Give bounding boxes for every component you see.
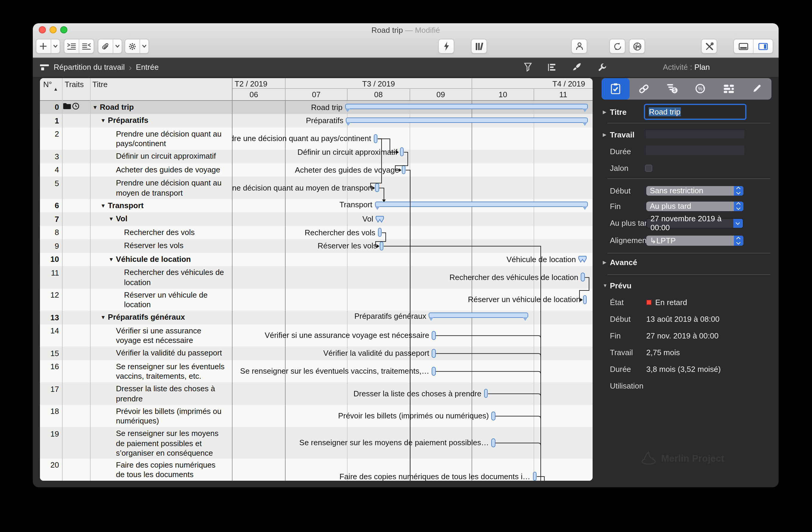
task-title: Vérifier la validité du passeport <box>116 348 222 357</box>
row-number: 18 <box>40 405 62 427</box>
tools-control[interactable] <box>701 39 717 54</box>
disclosure-triangle[interactable]: ▼ <box>108 254 114 264</box>
col-traits[interactable]: Traits <box>65 80 84 89</box>
breadcrumb-view[interactable]: Répartition du travail <box>54 63 125 72</box>
library-control[interactable] <box>471 39 487 54</box>
disclosure-icon[interactable]: ▶ <box>603 132 606 138</box>
prevu-row-value: En retard <box>646 298 687 306</box>
network-control[interactable] <box>629 39 645 54</box>
tab-clipboard-check[interactable] <box>601 78 630 99</box>
sync-button[interactable] <box>610 39 625 53</box>
tab-pencil[interactable] <box>743 78 771 99</box>
task-title: Prévoir les billets (imprimés ou numériq… <box>116 406 221 425</box>
tab-percent[interactable]: % <box>686 78 715 99</box>
outdent-button[interactable] <box>78 39 93 53</box>
col-divider[interactable] <box>62 78 62 481</box>
task-title: Acheter des guides de voyage <box>116 165 220 174</box>
sort-asc-icon[interactable]: ▲ <box>53 86 58 92</box>
prevu-row-value: 2,75 mois <box>646 348 680 357</box>
row-title-cell: Prendre une décision quant au moyen de t… <box>90 176 232 199</box>
row-title-cell: Vérifier la validité du passeport <box>90 346 232 360</box>
tools-button[interactable] <box>702 39 716 53</box>
disclosure-triangle[interactable]: ▼ <box>92 102 98 112</box>
svg-text:%: % <box>698 86 702 92</box>
table-header: N° ▲ Traits Titre T2 / 2019T3 / 2019T4 /… <box>40 78 592 100</box>
separator <box>608 274 770 275</box>
indent-control[interactable] <box>63 39 94 54</box>
grouping-icon[interactable] <box>546 58 558 77</box>
row-number: 17 <box>40 382 62 405</box>
disclosure-icon[interactable]: ▶ <box>603 109 606 115</box>
row-title-cell: Se renseigner sur les moyens de paiement… <box>90 427 232 458</box>
sync-control[interactable] <box>609 39 625 54</box>
month-label: 11 <box>534 90 592 99</box>
task-title: Préparatifs généraux <box>108 313 185 321</box>
separator <box>608 178 770 179</box>
month-label: 08 <box>348 90 409 99</box>
prevu-row-value: 3,8 mois (3,52 moisé) <box>646 365 721 374</box>
resources-button[interactable] <box>572 39 586 53</box>
row-title-cell: ▼Préparatifs <box>90 114 232 127</box>
actions-button[interactable] <box>125 39 139 53</box>
tab-cost[interactable]: $ <box>658 78 686 99</box>
debut-popup[interactable]: Sans restriction <box>646 186 743 196</box>
window-title: Road trip — Modifié <box>33 26 779 34</box>
alignement-popup[interactable]: ↳LPTP <box>646 235 743 245</box>
tab-link[interactable] <box>630 78 658 99</box>
travail-field[interactable] <box>645 129 745 139</box>
resources-control[interactable] <box>571 39 587 54</box>
row-traits <box>62 100 90 114</box>
toggle-bottom-panel[interactable] <box>734 39 753 53</box>
duree-field[interactable] <box>645 145 745 155</box>
row-traits <box>62 114 90 127</box>
toggle-right-panel[interactable] <box>753 39 772 53</box>
disclosure-icon[interactable]: ▼ <box>603 283 608 288</box>
task-title: Définir un circuit approximatif <box>116 152 216 160</box>
quarter-label: T4 / 2019 <box>552 79 585 88</box>
col-num[interactable]: N° <box>43 80 52 89</box>
titre-field[interactable]: Road trip <box>645 105 745 118</box>
disclosure-triangle[interactable]: ▼ <box>108 214 114 224</box>
panel-toggles[interactable] <box>733 39 773 54</box>
col-divider[interactable] <box>90 78 91 481</box>
row-number: 16 <box>40 360 62 382</box>
network-button[interactable] <box>629 39 644 53</box>
disclosure-triangle[interactable]: ▼ <box>100 116 106 126</box>
disclosure-triangle[interactable]: ▼ <box>100 201 106 211</box>
format-icon[interactable] <box>570 58 582 77</box>
month-label: 09 <box>410 90 472 99</box>
task-title: Vérifier si une assurance voyage est néc… <box>116 326 201 345</box>
row-number: 8 <box>40 226 62 239</box>
disclosure-triangle[interactable]: ▼ <box>100 313 106 322</box>
breadcrumb-mode[interactable]: Entrée <box>136 63 159 72</box>
attach-control[interactable] <box>98 39 122 54</box>
col-title[interactable]: Titre <box>92 80 107 89</box>
automation-button[interactable] <box>439 39 454 53</box>
row-title-cell: Dresser la liste des choses à prendre <box>90 382 232 405</box>
row-traits <box>62 253 90 266</box>
indent-button[interactable] <box>64 39 78 53</box>
prevu-row-label: Travail <box>610 348 633 357</box>
auplustard-combo[interactable]: 27 novembre 2019 à 00:00 <box>646 218 743 228</box>
attach-button[interactable] <box>98 39 112 53</box>
actions-options-button[interactable] <box>139 39 148 53</box>
row-title-cell: Faire des copies numériques de tous les … <box>90 458 232 481</box>
attach-options-button[interactable] <box>112 39 121 53</box>
add-options-button[interactable] <box>50 39 59 53</box>
fin-popup[interactable]: Au plus tard <box>646 201 743 211</box>
prevu-label: Prévu <box>610 281 632 290</box>
jalon-checkbox[interactable] <box>645 164 652 171</box>
status-swatch <box>646 299 652 305</box>
disclosure-icon[interactable]: ▶ <box>603 260 606 265</box>
filter-icon[interactable] <box>522 58 534 77</box>
tab-resources[interactable] <box>714 78 743 99</box>
automation-control[interactable] <box>438 39 454 54</box>
add-control[interactable] <box>35 39 60 54</box>
actions-control[interactable] <box>124 39 149 54</box>
row-traits <box>62 266 90 288</box>
library-button[interactable] <box>472 39 487 53</box>
avance-label: Avancé <box>610 258 637 267</box>
month-label: 06 <box>249 90 258 99</box>
add-button[interactable] <box>36 39 50 53</box>
row-title-cell: ▼Véhicule de location <box>90 253 232 266</box>
